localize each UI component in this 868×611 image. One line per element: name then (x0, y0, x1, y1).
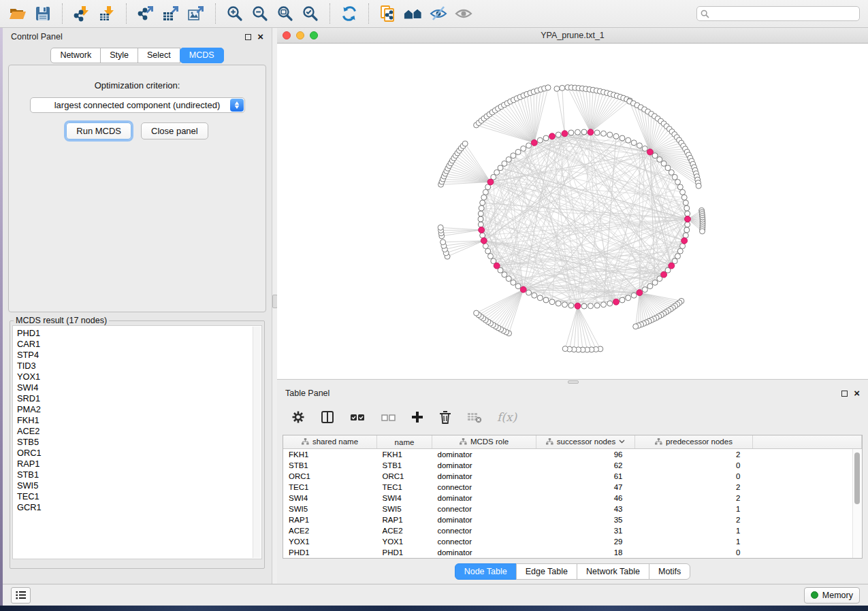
network-node[interactable] (498, 165, 503, 171)
cell[interactable]: ACE2 (377, 525, 432, 536)
network-node[interactable] (568, 130, 574, 135)
network-node[interactable] (675, 254, 681, 259)
cell[interactable]: 0 (635, 460, 753, 471)
mcds-result-list[interactable]: PHD1CAR1STP4TID3YOX1SWI4SRD1PMA2FKH1ACE2… (12, 325, 262, 559)
result-item[interactable]: SRD1 (17, 393, 252, 404)
cell[interactable]: ORC1 (283, 471, 377, 482)
network-node[interactable] (556, 132, 561, 137)
export-image-icon[interactable] (187, 4, 206, 23)
network-node[interactable] (511, 280, 516, 285)
zoom-selected-icon[interactable] (301, 4, 320, 23)
table-row[interactable]: SWI5SWI5connector431 (283, 503, 862, 514)
open-session-icon[interactable] (8, 4, 27, 23)
close-panel-button[interactable]: Close panel (141, 122, 208, 139)
import-network-icon[interactable] (72, 4, 91, 23)
add-column-icon[interactable] (411, 410, 424, 424)
cell[interactable]: dominator (432, 471, 536, 482)
network-node[interactable] (620, 135, 625, 141)
cell[interactable]: RAP1 (377, 514, 432, 525)
network-node[interactable] (480, 233, 485, 238)
table-row[interactable]: STB1STB1dominator620 (283, 460, 862, 471)
network-node[interactable] (562, 302, 568, 308)
network-graph[interactable] (277, 44, 868, 379)
tab-network[interactable]: Network (50, 48, 101, 63)
network-node[interactable] (543, 135, 549, 141)
cell[interactable]: 0 (635, 547, 753, 558)
network-node[interactable] (549, 299, 555, 305)
column-header-shared-name[interactable]: shared name (283, 435, 377, 449)
cell[interactable]: 35 (536, 514, 635, 525)
network-node[interactable] (488, 254, 494, 259)
table-row[interactable]: RAP1RAP1dominator352 (283, 514, 862, 525)
cell[interactable]: 29 (536, 536, 635, 547)
cell[interactable]: 62 (536, 460, 635, 471)
result-item[interactable]: TEC1 (17, 491, 252, 502)
network-node[interactable] (620, 297, 625, 303)
zoom-out-icon[interactable] (251, 4, 270, 23)
import-table-icon[interactable] (97, 4, 116, 23)
table-row[interactable]: FKH1FKH1dominator962 (283, 449, 862, 461)
mcds-node[interactable] (520, 286, 526, 293)
network-node[interactable] (521, 146, 526, 151)
result-item[interactable]: YOX1 (17, 371, 252, 382)
result-item[interactable]: STB5 (17, 437, 252, 448)
close-icon[interactable]: × (854, 390, 860, 397)
save-session-icon[interactable] (33, 4, 52, 23)
cell[interactable]: ORC1 (377, 471, 432, 482)
delete-column-trash-icon[interactable] (438, 410, 452, 425)
network-node[interactable] (494, 169, 500, 175)
cell[interactable]: dominator (432, 493, 536, 503)
cell[interactable]: 1 (635, 525, 753, 536)
cell[interactable]: PHD1 (377, 547, 432, 558)
network-node[interactable] (526, 290, 532, 295)
network-node[interactable] (462, 141, 468, 146)
refresh-icon[interactable] (340, 4, 359, 23)
cell[interactable]: dominator (432, 449, 536, 461)
network-node[interactable] (626, 295, 631, 301)
network-node[interactable] (683, 233, 688, 238)
network-node[interactable] (681, 195, 687, 200)
mcds-node[interactable] (588, 129, 594, 135)
network-node[interactable] (633, 324, 639, 329)
search-field[interactable] (696, 6, 860, 21)
mcds-node[interactable] (481, 237, 487, 244)
result-item[interactable]: STP4 (17, 350, 252, 361)
mcds-node[interactable] (661, 271, 667, 278)
tab-mcds[interactable]: MCDS (180, 48, 224, 63)
cell[interactable]: connector (432, 482, 536, 493)
show-panels-list-button[interactable] (11, 587, 31, 604)
tab-select[interactable]: Select (138, 48, 180, 63)
mcds-node[interactable] (531, 139, 537, 146)
network-node[interactable] (665, 165, 671, 171)
network-node[interactable] (545, 85, 551, 90)
table-row[interactable]: YOX1YOX1connector291 (283, 536, 862, 547)
mcds-node[interactable] (613, 299, 620, 305)
network-node[interactable] (556, 301, 561, 306)
network-node[interactable] (700, 229, 705, 234)
cell[interactable]: YOX1 (283, 536, 377, 547)
result-item[interactable]: GCR1 (17, 502, 252, 513)
network-node[interactable] (438, 225, 443, 230)
network-node[interactable] (581, 129, 587, 135)
network-node[interactable] (669, 169, 674, 175)
result-item[interactable]: TID3 (17, 361, 252, 371)
cell[interactable]: STB1 (377, 460, 432, 471)
network-node[interactable] (480, 200, 485, 205)
home-icon[interactable] (404, 4, 423, 23)
show-graphics-details-icon[interactable] (454, 4, 473, 23)
network-node[interactable] (672, 174, 677, 180)
network-node[interactable] (506, 276, 511, 282)
cell[interactable]: 31 (536, 525, 635, 536)
cell[interactable]: RAP1 (283, 514, 377, 525)
table-row[interactable]: PHD1PHD1dominator180 (283, 547, 862, 558)
network-node[interactable] (526, 143, 532, 148)
column-header-successor-nodes[interactable]: successor nodes (536, 435, 635, 449)
zoom-fit-icon[interactable] (276, 4, 295, 23)
vertical-splitter[interactable] (272, 28, 277, 584)
network-node[interactable] (502, 272, 507, 278)
cell[interactable]: dominator (432, 460, 536, 471)
table-row[interactable]: TEC1TEC1connector472 (283, 482, 862, 493)
select-all-columns-icon[interactable] (349, 410, 366, 425)
network-canvas[interactable] (277, 44, 868, 379)
network-node[interactable] (483, 189, 488, 195)
